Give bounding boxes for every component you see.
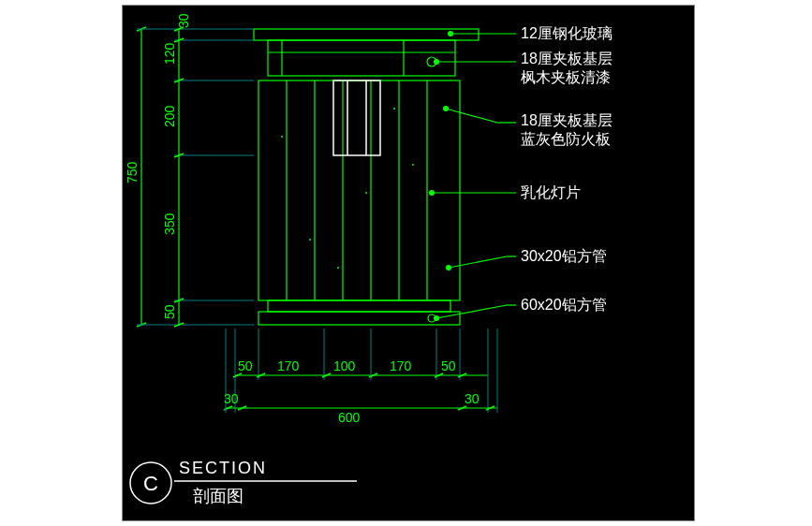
dim-value: 600 [338,410,361,425]
dim-value: 200 [162,105,177,127]
annotation: 枫木夹板清漆 [521,69,611,85]
section-label-en: SECTION [179,459,267,477]
annotation: 18厘夹板基层 [521,51,613,66]
annotation: 60x20铝方管 [521,297,607,313]
canvas: 750 30 120 200 350 50 [0,0,812,526]
annotation: 30x20铝方管 [521,248,607,264]
svg-point-13 [365,192,367,194]
dim-value: 350 [162,212,177,235]
svg-point-14 [412,164,414,166]
svg-point-12 [281,136,283,138]
section-label-cn: 剖面图 [193,487,244,505]
tube-60x20 [258,312,460,325]
dim-value: 30 [465,391,480,406]
center-drop [333,80,380,155]
cad-viewport: 750 30 120 200 350 50 [122,5,695,521]
annotation: 18厘夹板基层 [521,112,613,128]
svg-line-62 [449,256,507,268]
dim-value: 170 [390,358,412,373]
dim-value: 50 [238,358,253,373]
svg-point-17 [337,267,339,269]
dim-value: 30 [224,391,239,406]
annotation: 12厘钢化玻璃 [521,25,613,41]
upper-box [268,40,455,76]
dim-value: 50 [441,358,456,373]
svg-point-15 [309,239,311,241]
annotation: 蓝灰色防火板 [521,131,611,147]
svg-point-16 [393,108,395,110]
section-drawing: 750 30 120 200 350 50 [123,6,694,520]
dim-value: 170 [277,358,300,373]
dim-value: 50 [162,304,177,319]
tube-30x20 [268,300,450,312]
section-letter: C [143,472,158,495]
annotation: 乳化灯片 [521,184,581,200]
dim-value: 30 [176,13,191,28]
svg-line-57 [446,109,497,123]
dim-value: 750 [125,161,140,183]
dim-value: 120 [162,42,177,65]
glass-top [254,29,479,40]
dim-value: 100 [333,358,356,373]
main-body [258,80,460,300]
